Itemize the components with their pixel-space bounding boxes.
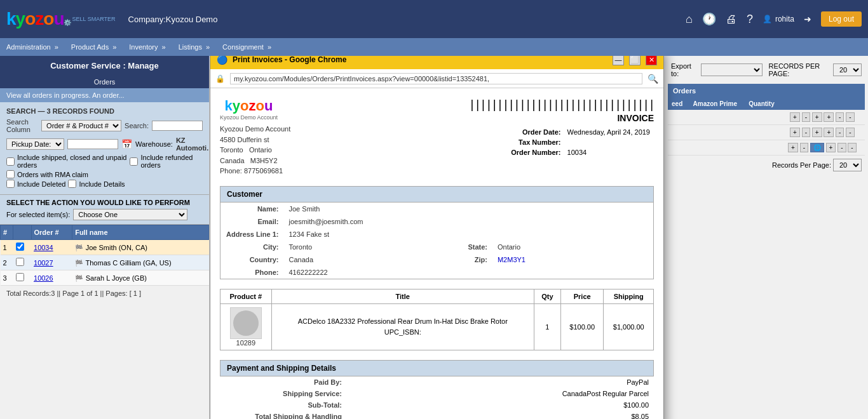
rma-checkbox[interactable] (6, 170, 15, 178)
row-check[interactable] (13, 255, 31, 270)
inv-logo-y: y (233, 98, 240, 114)
rt-minus3-btn-2[interactable]: - (846, 128, 854, 137)
history-icon[interactable]: 🕐 (702, 12, 716, 26)
sidebar-item-inventory[interactable]: Inventory (129, 43, 165, 51)
rt-col-actions (780, 98, 865, 110)
cust-zip-link[interactable]: M2M3Y1 (498, 256, 526, 263)
rt-minus3-btn-1[interactable]: - (846, 112, 854, 122)
rt-minus-btn-3[interactable]: - (800, 143, 808, 152)
invoice-title: INVOICE (468, 113, 654, 123)
row-check[interactable] (13, 270, 31, 286)
calendar-icon[interactable]: 📅 (121, 139, 132, 149)
rt-add-btn-1[interactable]: + (790, 112, 800, 122)
rt-minus-btn-2[interactable]: - (802, 128, 810, 137)
shipping-service-value: CanadaPost Regular Parcel (347, 388, 654, 399)
export-select[interactable] (701, 63, 763, 76)
include-shipped-checkbox[interactable] (6, 157, 15, 166)
username-label: rohita (775, 15, 794, 23)
sidebar-item-consignment[interactable]: Consignment (222, 43, 271, 51)
row-check[interactable] (13, 240, 31, 255)
rt-plus2-btn-1[interactable]: + (812, 112, 822, 122)
browser-maximize-button[interactable]: ⬜ (629, 56, 641, 65)
include-details-checkbox[interactable] (68, 180, 76, 188)
rt-plus2-btn-2[interactable]: + (812, 128, 822, 137)
print-icon[interactable]: 🖨 (726, 13, 737, 26)
cust-state-label: State: (429, 241, 492, 253)
cust-addr-row: Address Line 1: 1234 Fake st (220, 228, 654, 241)
logo-dots: ⚙️ (64, 19, 71, 26)
logout-button[interactable]: Log out (821, 11, 862, 27)
product-qty-cell: 1 (534, 303, 560, 350)
row-order: 10027 (31, 255, 72, 270)
browser-minimize-button[interactable]: — (613, 56, 624, 65)
company-address: Kyozou Demo Account 4580 Dufferin st Tor… (220, 124, 290, 176)
sidebar-item-product-ads[interactable]: Product Ads (71, 43, 116, 51)
table-row: 1 10034 🏁 Joe Smith (ON, CA) (1, 240, 209, 255)
lock-icon: 🔒 (215, 74, 225, 83)
help-icon[interactable]: ? (747, 13, 753, 26)
col-fullname: Full name (72, 225, 209, 240)
browser-close-button[interactable]: ✕ (646, 56, 657, 65)
app-container: kyozou⚙️ SELL SMARTER Company:Kyozou Dem… (0, 0, 868, 419)
order-number-label: Order Number: (508, 148, 563, 157)
rt-minus2-btn-2[interactable]: - (836, 128, 844, 137)
invoice-meta: Order Date: Wednesday, April 24, 2019 Ta… (468, 126, 654, 158)
filter-date-select[interactable]: Pickup Date: (6, 138, 64, 150)
include-refunded-checkbox[interactable] (130, 157, 138, 166)
search-input[interactable] (152, 121, 203, 131)
date-input[interactable] (67, 139, 118, 149)
shipping-service-label: Shipping Service: (220, 388, 347, 399)
secondary-nav: Administration Product Ads Inventory Lis… (0, 38, 868, 56)
rt-minus3-btn-3[interactable]: - (848, 143, 856, 152)
rt-plus3-btn-2[interactable]: + (824, 128, 834, 137)
invoice-logo: kyozou Kyozou Demo Account (220, 98, 290, 121)
logo-letter-o2: o (43, 9, 53, 29)
customer-name-1: Joe Smith (ON, CA) (86, 244, 147, 251)
records-per-page-select-2[interactable]: 20 (833, 159, 862, 171)
content-area: Customer Service : Manage Orders View al… (0, 56, 868, 419)
total-shipping-label: Total Shipping & Handling (220, 411, 347, 420)
rt-cell (686, 140, 743, 156)
records-per-page-label-2: Records Per Page: (772, 161, 831, 169)
rt-add-btn-2[interactable]: + (790, 128, 800, 137)
rt-blue-btn-3[interactable]: 🌐 (810, 143, 824, 152)
sidebar-item-listings[interactable]: Listings (179, 43, 210, 51)
order-link-2[interactable]: 10027 (34, 259, 53, 267)
rt-actions: + - + + - - (780, 110, 865, 125)
product-col-title: Title (271, 289, 534, 303)
rt-plus3-btn-3[interactable]: + (826, 143, 836, 152)
paid-by-value: PayPal (347, 376, 654, 388)
product-id: 10289 (226, 339, 266, 347)
records-per-page-select[interactable]: 20 (833, 63, 862, 76)
logo-letter-k: k (6, 9, 16, 29)
include-deleted-checkbox[interactable] (6, 180, 15, 188)
rt-minus-btn-1[interactable]: - (802, 112, 810, 122)
row-checkbox-3[interactable] (16, 273, 24, 281)
tax-number-value (565, 138, 653, 147)
rt-minus2-btn-3[interactable]: - (837, 143, 846, 152)
company-city: Toronto (220, 146, 243, 154)
sidebar-item-administration[interactable]: Administration (6, 43, 58, 51)
row-checkbox-1[interactable] (16, 243, 24, 251)
meta-tax-row: Tax Number: (508, 138, 653, 147)
search-column-select[interactable]: Order # & Product # (41, 120, 121, 131)
order-link-3[interactable]: 10026 (34, 274, 53, 282)
browser-title-bar: 🔵 Print Invoices - Google Chrome — ⬜ ✕ (210, 56, 663, 69)
logo-letter-o1: o (25, 9, 35, 29)
pay-shipping-row: Shipping Service: CanadaPost Regular Par… (220, 388, 654, 399)
rt-row-3: + - 🌐 + - - (668, 140, 865, 156)
action-select[interactable]: Choose One (73, 209, 187, 220)
rt-add-btn-3[interactable]: + (788, 143, 798, 152)
inv-logo-box: kyozou Kyozou Demo Account (220, 98, 278, 121)
rt-col-qty: Quantity (743, 98, 779, 110)
rt-minus2-btn-1[interactable]: - (836, 112, 844, 122)
cust-name-label: Name: (220, 203, 284, 215)
action-section: SELECT THE ACTION YOU WOULD LIKE TO PERF… (0, 195, 209, 225)
browser-search-icon[interactable]: 🔍 (648, 74, 658, 84)
row-checkbox-2[interactable] (16, 258, 24, 266)
home-icon[interactable]: ⌂ (686, 13, 693, 26)
order-link-1[interactable]: 10034 (34, 244, 53, 251)
browser-url[interactable]: my.kyozou.com/Modules/Orders/PrintInvoic… (230, 73, 642, 84)
rt-plus3-btn-1[interactable]: + (824, 112, 834, 122)
cust-zip-value: M2M3Y1 (492, 253, 654, 266)
